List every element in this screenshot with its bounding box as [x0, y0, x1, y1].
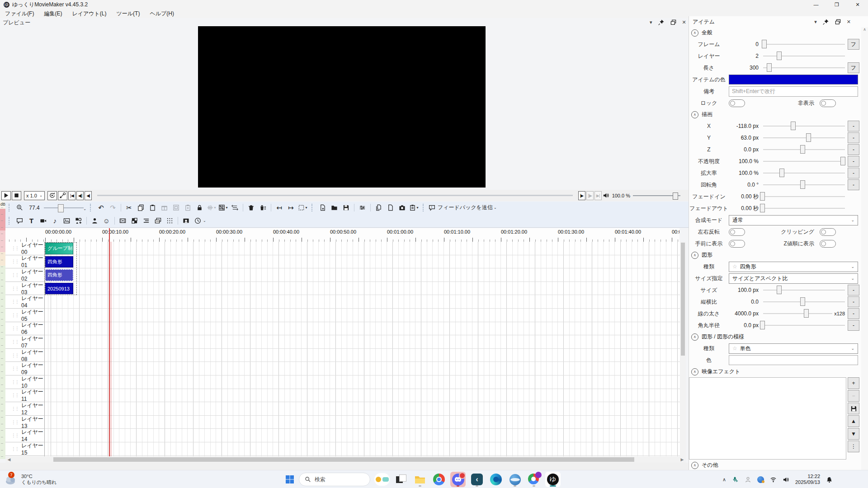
- arrow-right-bar-button[interactable]: ↦: [286, 202, 296, 213]
- taskbar-app-widget-pill[interactable]: [374, 472, 390, 487]
- move-up-button[interactable]: ▲: [848, 415, 859, 427]
- taskbar-app-yukkuri-moviemaker[interactable]: ゆ: [545, 472, 561, 487]
- property-value[interactable]: 2: [729, 53, 762, 59]
- timeline-zoom-slider[interactable]: ⌄: [44, 203, 84, 212]
- scroll-left-arrow-icon[interactable]: ◀: [5, 457, 13, 462]
- loop-button[interactable]: [47, 191, 57, 200]
- taskbar-search[interactable]: 検索: [299, 473, 370, 486]
- playback-speed-select[interactable]: x 1.0⌄: [24, 191, 45, 200]
- camera-button[interactable]: [397, 202, 407, 213]
- chevron-up-tray-icon[interactable]: ∧: [722, 477, 726, 483]
- slider-mode-button[interactable]: -: [848, 156, 859, 167]
- slider-mode-button[interactable]: -: [848, 285, 859, 296]
- float-window-icon[interactable]: [835, 19, 841, 25]
- timeline-clip[interactable]: 20250913: [45, 283, 73, 295]
- property-dropdown[interactable]: 通常⌄: [729, 215, 858, 225]
- favorite-star-icon[interactable]: ☆: [732, 345, 737, 352]
- menu-item-2[interactable]: レイアウト(L): [67, 9, 111, 19]
- layer-label[interactable]: ⋮⋮レイヤー 10: [5, 375, 45, 389]
- slider-mode-button[interactable]: -: [848, 144, 859, 155]
- person-gray-tray-icon[interactable]: [745, 476, 751, 483]
- stop-button[interactable]: [12, 191, 21, 200]
- property-value[interactable]: 0.0 px: [729, 322, 762, 328]
- taskbar-app-discord[interactable]: [450, 472, 466, 487]
- layer-track[interactable]: [45, 242, 680, 255]
- minimize-button[interactable]: —: [806, 0, 826, 9]
- property-value[interactable]: 100.0 px: [729, 287, 762, 293]
- layer-label[interactable]: ⋮⋮レイヤー 04: [5, 295, 45, 309]
- property-slider[interactable]: [762, 308, 833, 319]
- layer-track[interactable]: [45, 389, 680, 403]
- menu-item-1[interactable]: 編集(E): [39, 9, 67, 19]
- item-color-swatch[interactable]: [729, 75, 858, 84]
- layer-label[interactable]: ⋮⋮レイヤー 13: [5, 416, 45, 429]
- taskbar-clock[interactable]: 12:222025/09/13: [795, 474, 820, 485]
- new-file-button[interactable]: [317, 202, 328, 213]
- layer-label[interactable]: ⋮⋮レイヤー 07: [5, 335, 45, 349]
- more-button[interactable]: ⋮: [848, 441, 859, 452]
- layer-label[interactable]: ⋮⋮レイヤー 15: [5, 442, 45, 456]
- drag-handle-icon[interactable]: ⋮⋮: [11, 259, 19, 264]
- timeline-zoom-button[interactable]: [14, 202, 25, 213]
- property-value[interactable]: 0.00 秒: [729, 205, 762, 212]
- text-tool-button[interactable]: T: [26, 216, 37, 226]
- layer-label[interactable]: ⋮⋮レイヤー 11: [5, 389, 45, 403]
- float-window-icon[interactable]: [670, 19, 677, 26]
- property-value[interactable]: 0.0 px: [729, 146, 762, 153]
- collapse-chevron-icon[interactable]: ∧: [691, 462, 698, 469]
- dot-grid-button[interactable]: [165, 216, 175, 226]
- panel-scrollbar[interactable]: ∧: [861, 27, 868, 470]
- drag-handle-icon[interactable]: ⋮⋮: [11, 339, 19, 344]
- property-slider[interactable]: [762, 191, 846, 202]
- weather-widget[interactable]: 7 30°C くもりのち晴れ: [5, 474, 95, 485]
- drag-handle-icon[interactable]: ⋮⋮: [11, 393, 19, 398]
- frame-button[interactable]: [171, 202, 181, 213]
- drag-handle-icon[interactable]: ⋮⋮: [11, 353, 19, 358]
- timeline-clip[interactable]: 四角形: [45, 269, 73, 281]
- layer-track[interactable]: [45, 295, 680, 309]
- image-button[interactable]: [61, 216, 72, 226]
- property-slider[interactable]: [762, 167, 846, 179]
- layer-track[interactable]: [45, 268, 680, 282]
- slider-mode-button[interactable]: -: [848, 308, 859, 319]
- close-icon[interactable]: ✕: [847, 19, 851, 25]
- timeline-clip[interactable]: グループ制御: [45, 243, 73, 254]
- save-button[interactable]: [341, 202, 351, 213]
- drag-handle-icon[interactable]: ⋮⋮: [11, 446, 19, 451]
- save-effect-button[interactable]: [848, 403, 859, 414]
- layer-label[interactable]: ⋮⋮レイヤー 03: [5, 282, 45, 296]
- layer-track[interactable]: [45, 402, 680, 416]
- paste-special-button[interactable]: [183, 202, 193, 213]
- prev-frame-fast-button[interactable]: ◀||: [76, 191, 84, 200]
- toggle-switch[interactable]: [820, 99, 836, 107]
- arrow-left-bar-button[interactable]: ↤: [274, 202, 284, 213]
- wifi-tray-icon[interactable]: [770, 476, 777, 483]
- tape-button[interactable]: [181, 216, 191, 226]
- section-header[interactable]: ∧映像エフェクト: [689, 366, 861, 377]
- layer-label[interactable]: ⋮⋮レイヤー 00: [5, 242, 45, 255]
- gift-button[interactable]: [159, 202, 170, 213]
- smiley-button[interactable]: ☺: [101, 216, 112, 226]
- close-icon[interactable]: ✕: [682, 19, 686, 25]
- menu-item-0[interactable]: ファイル(F): [0, 9, 39, 19]
- section-header[interactable]: ∧図形: [689, 249, 861, 261]
- property-slider[interactable]: [762, 132, 846, 144]
- taskbar-app-blue-sphere[interactable]: [507, 472, 523, 487]
- property-value[interactable]: 100.0 %: [729, 170, 762, 176]
- layer-label[interactable]: ⋮⋮レイヤー 14: [5, 429, 45, 442]
- clock-button[interactable]: [193, 216, 203, 226]
- timeline-clip[interactable]: 四角形: [45, 256, 73, 268]
- property-slider[interactable]: [762, 50, 846, 62]
- layer-label[interactable]: ⋮⋮レイヤー 01: [5, 255, 45, 269]
- menu-item-4[interactable]: ヘルプ(H): [145, 9, 179, 19]
- drag-handle-icon[interactable]: ⋮⋮: [11, 380, 19, 385]
- slider-mode-button[interactable]: -: [848, 320, 859, 331]
- overflow-caret-icon[interactable]: ⌄: [203, 219, 206, 223]
- drag-handle-icon[interactable]: ⋮⋮: [11, 286, 19, 291]
- windows-start-button[interactable]: [285, 474, 295, 484]
- playback-progress[interactable]: [97, 195, 573, 196]
- scrollbar-thumb[interactable]: [53, 457, 634, 462]
- memo-input[interactable]: Shift+Enterで改行: [729, 86, 858, 97]
- drag-handle-icon[interactable]: ⋮⋮: [11, 406, 19, 411]
- taskbar-app-task-view[interactable]: [393, 472, 409, 487]
